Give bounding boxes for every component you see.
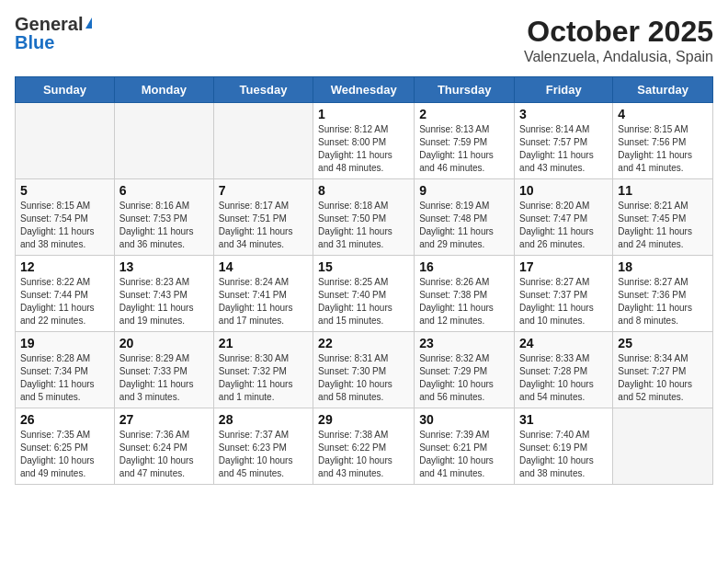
calendar-cell: 4Sunrise: 8:15 AMSunset: 7:56 PMDaylight… bbox=[613, 103, 713, 179]
day-number: 5 bbox=[20, 183, 109, 198]
calendar-cell: 13Sunrise: 8:23 AMSunset: 7:43 PMDayligh… bbox=[114, 256, 213, 332]
calendar-cell: 16Sunrise: 8:26 AMSunset: 7:38 PMDayligh… bbox=[415, 256, 515, 332]
calendar-cell: 9Sunrise: 8:19 AMSunset: 7:48 PMDaylight… bbox=[415, 179, 515, 256]
day-number: 15 bbox=[318, 259, 409, 274]
day-number: 1 bbox=[318, 107, 409, 121]
calendar-cell: 20Sunrise: 8:29 AMSunset: 7:33 PMDayligh… bbox=[114, 332, 213, 408]
day-number: 17 bbox=[519, 259, 608, 274]
calendar-cell: 2Sunrise: 8:13 AMSunset: 7:59 PMDaylight… bbox=[415, 103, 515, 179]
day-info: Sunrise: 8:15 AMSunset: 7:54 PMDaylight:… bbox=[20, 200, 109, 251]
title-block: October 2025 Valenzuela, Andalusia, Spai… bbox=[524, 15, 713, 65]
day-info: Sunrise: 8:15 AMSunset: 7:56 PMDaylight:… bbox=[618, 123, 708, 175]
day-number: 18 bbox=[618, 259, 708, 274]
day-info: Sunrise: 8:17 AMSunset: 7:51 PMDaylight:… bbox=[219, 200, 308, 251]
day-number: 2 bbox=[419, 107, 509, 121]
day-number: 23 bbox=[419, 336, 509, 350]
calendar-cell: 29Sunrise: 7:38 AMSunset: 6:22 PMDayligh… bbox=[313, 408, 415, 485]
day-info: Sunrise: 8:14 AMSunset: 7:57 PMDaylight:… bbox=[519, 123, 608, 175]
day-info: Sunrise: 8:27 AMSunset: 7:36 PMDaylight:… bbox=[618, 276, 708, 327]
day-number: 13 bbox=[119, 259, 209, 274]
day-info: Sunrise: 8:30 AMSunset: 7:32 PMDaylight:… bbox=[219, 352, 308, 404]
day-number: 14 bbox=[219, 259, 308, 274]
day-info: Sunrise: 7:37 AMSunset: 6:23 PMDaylight:… bbox=[219, 429, 308, 480]
calendar-cell: 5Sunrise: 8:15 AMSunset: 7:54 PMDaylight… bbox=[16, 179, 115, 256]
day-number: 31 bbox=[519, 412, 608, 427]
weekday-header-monday: Monday bbox=[114, 77, 213, 103]
day-number: 20 bbox=[119, 336, 209, 350]
calendar-cell bbox=[613, 408, 713, 485]
calendar-cell: 26Sunrise: 7:35 AMSunset: 6:25 PMDayligh… bbox=[16, 408, 115, 485]
weekday-header-thursday: Thursday bbox=[415, 77, 515, 103]
calendar-week-row: 5Sunrise: 8:15 AMSunset: 7:54 PMDaylight… bbox=[16, 179, 713, 256]
day-info: Sunrise: 7:35 AMSunset: 6:25 PMDaylight:… bbox=[20, 429, 109, 480]
calendar-cell: 21Sunrise: 8:30 AMSunset: 7:32 PMDayligh… bbox=[213, 332, 313, 408]
calendar-cell: 8Sunrise: 8:18 AMSunset: 7:50 PMDaylight… bbox=[313, 179, 415, 256]
day-number: 12 bbox=[20, 259, 109, 274]
day-info: Sunrise: 8:21 AMSunset: 7:45 PMDaylight:… bbox=[618, 200, 708, 251]
calendar-cell: 7Sunrise: 8:17 AMSunset: 7:51 PMDaylight… bbox=[213, 179, 313, 256]
day-info: Sunrise: 8:12 AMSunset: 8:00 PMDaylight:… bbox=[318, 123, 409, 175]
day-number: 16 bbox=[419, 259, 509, 274]
day-info: Sunrise: 8:16 AMSunset: 7:53 PMDaylight:… bbox=[119, 200, 209, 251]
calendar-subtitle: Valenzuela, Andalusia, Spain bbox=[524, 49, 713, 65]
calendar-cell: 10Sunrise: 8:20 AMSunset: 7:47 PMDayligh… bbox=[515, 179, 613, 256]
calendar-cell bbox=[213, 103, 313, 179]
day-info: Sunrise: 7:40 AMSunset: 6:19 PMDaylight:… bbox=[519, 429, 608, 480]
day-number: 9 bbox=[419, 183, 509, 198]
calendar-cell bbox=[16, 103, 115, 179]
calendar-week-row: 12Sunrise: 8:22 AMSunset: 7:44 PMDayligh… bbox=[16, 256, 713, 332]
day-number: 25 bbox=[618, 336, 708, 350]
day-number: 24 bbox=[519, 336, 608, 350]
day-number: 22 bbox=[318, 336, 409, 350]
day-info: Sunrise: 8:25 AMSunset: 7:40 PMDaylight:… bbox=[318, 276, 409, 327]
day-info: Sunrise: 8:26 AMSunset: 7:38 PMDaylight:… bbox=[419, 276, 509, 327]
weekday-header-friday: Friday bbox=[515, 77, 613, 103]
calendar-cell: 25Sunrise: 8:34 AMSunset: 7:27 PMDayligh… bbox=[613, 332, 713, 408]
day-number: 27 bbox=[119, 412, 209, 427]
day-info: Sunrise: 8:32 AMSunset: 7:29 PMDaylight:… bbox=[419, 352, 509, 404]
day-number: 3 bbox=[519, 107, 608, 121]
logo: General Blue bbox=[15, 15, 92, 52]
calendar-week-row: 1Sunrise: 8:12 AMSunset: 8:00 PMDaylight… bbox=[16, 103, 713, 179]
calendar-cell: 27Sunrise: 7:36 AMSunset: 6:24 PMDayligh… bbox=[114, 408, 213, 485]
day-info: Sunrise: 7:36 AMSunset: 6:24 PMDaylight:… bbox=[119, 429, 209, 480]
day-info: Sunrise: 8:29 AMSunset: 7:33 PMDaylight:… bbox=[119, 352, 209, 404]
calendar-cell: 28Sunrise: 7:37 AMSunset: 6:23 PMDayligh… bbox=[213, 408, 313, 485]
day-number: 30 bbox=[419, 412, 509, 427]
logo-triangle-icon bbox=[85, 17, 92, 29]
day-number: 4 bbox=[618, 107, 708, 121]
day-number: 26 bbox=[20, 412, 109, 427]
calendar-cell: 22Sunrise: 8:31 AMSunset: 7:30 PMDayligh… bbox=[313, 332, 415, 408]
calendar-week-row: 19Sunrise: 8:28 AMSunset: 7:34 PMDayligh… bbox=[16, 332, 713, 408]
weekday-header-sunday: Sunday bbox=[16, 77, 115, 103]
day-info: Sunrise: 8:27 AMSunset: 7:37 PMDaylight:… bbox=[519, 276, 608, 327]
day-number: 28 bbox=[219, 412, 308, 427]
day-info: Sunrise: 7:39 AMSunset: 6:21 PMDaylight:… bbox=[419, 429, 509, 480]
day-info: Sunrise: 8:22 AMSunset: 7:44 PMDaylight:… bbox=[20, 276, 109, 327]
day-info: Sunrise: 8:33 AMSunset: 7:28 PMDaylight:… bbox=[519, 352, 608, 404]
day-number: 29 bbox=[318, 412, 409, 427]
day-info: Sunrise: 8:24 AMSunset: 7:41 PMDaylight:… bbox=[219, 276, 308, 327]
day-info: Sunrise: 8:31 AMSunset: 7:30 PMDaylight:… bbox=[318, 352, 409, 404]
day-info: Sunrise: 8:13 AMSunset: 7:59 PMDaylight:… bbox=[419, 123, 509, 175]
day-number: 11 bbox=[618, 183, 708, 198]
weekday-header-wednesday: Wednesday bbox=[313, 77, 415, 103]
calendar-cell: 24Sunrise: 8:33 AMSunset: 7:28 PMDayligh… bbox=[515, 332, 613, 408]
calendar-cell: 14Sunrise: 8:24 AMSunset: 7:41 PMDayligh… bbox=[213, 256, 313, 332]
calendar-cell: 18Sunrise: 8:27 AMSunset: 7:36 PMDayligh… bbox=[613, 256, 713, 332]
day-info: Sunrise: 8:19 AMSunset: 7:48 PMDaylight:… bbox=[419, 200, 509, 251]
calendar-cell: 15Sunrise: 8:25 AMSunset: 7:40 PMDayligh… bbox=[313, 256, 415, 332]
weekday-header-row: SundayMondayTuesdayWednesdayThursdayFrid… bbox=[16, 77, 713, 103]
day-info: Sunrise: 8:18 AMSunset: 7:50 PMDaylight:… bbox=[318, 200, 409, 251]
calendar-cell: 23Sunrise: 8:32 AMSunset: 7:29 PMDayligh… bbox=[415, 332, 515, 408]
calendar-week-row: 26Sunrise: 7:35 AMSunset: 6:25 PMDayligh… bbox=[16, 408, 713, 485]
calendar-table: SundayMondayTuesdayWednesdayThursdayFrid… bbox=[15, 76, 713, 485]
day-number: 19 bbox=[20, 336, 109, 350]
logo-general-text: General bbox=[15, 15, 83, 33]
calendar-cell bbox=[114, 103, 213, 179]
day-info: Sunrise: 7:38 AMSunset: 6:22 PMDaylight:… bbox=[318, 429, 409, 480]
calendar-cell: 6Sunrise: 8:16 AMSunset: 7:53 PMDaylight… bbox=[114, 179, 213, 256]
calendar-cell: 3Sunrise: 8:14 AMSunset: 7:57 PMDaylight… bbox=[515, 103, 613, 179]
day-info: Sunrise: 8:34 AMSunset: 7:27 PMDaylight:… bbox=[618, 352, 708, 404]
calendar-cell: 31Sunrise: 7:40 AMSunset: 6:19 PMDayligh… bbox=[515, 408, 613, 485]
